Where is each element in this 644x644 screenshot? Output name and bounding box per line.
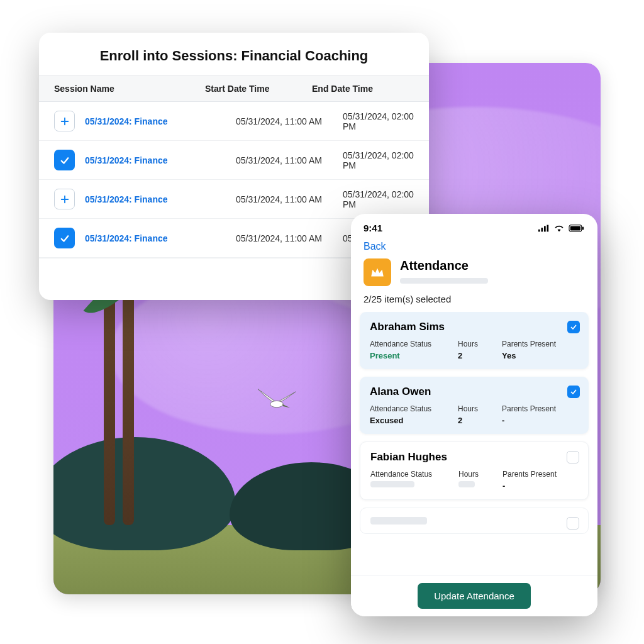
svg-rect-8 (547, 225, 549, 231)
attendee-name: Fabian Hughes (370, 451, 578, 464)
svg-rect-11 (582, 226, 584, 230)
attendee-checkbox[interactable] (567, 321, 580, 333)
col-header-session: Session Name (54, 84, 205, 94)
parents-label: Parents Present (502, 404, 579, 413)
attendee-name: Alana Owen (370, 386, 579, 398)
svg-rect-10 (570, 226, 580, 230)
attendee-checkbox[interactable] (567, 451, 579, 464)
status-value: Present (370, 351, 458, 360)
hours-value: 2 (458, 416, 502, 425)
selected-session-icon[interactable] (54, 150, 75, 170)
session-link[interactable]: 05/31/2024: Finance (85, 155, 168, 165)
attendee-checkbox[interactable] (567, 386, 580, 398)
selection-count: 2/25 item(s) selected (351, 289, 597, 312)
parents-value: Yes (502, 351, 579, 360)
parents-label: Parents Present (502, 340, 579, 348)
table-row: 05/31/2024: Finance 05/31/2024, 11:00 AM… (39, 102, 429, 141)
status-placeholder (370, 481, 414, 487)
col-header-end: End Date Time (312, 84, 414, 94)
end-time: 05/31/2024, 02:00 PM (343, 111, 414, 131)
attendee-card[interactable] (360, 508, 589, 534)
signal-icon (538, 225, 550, 232)
hours-label: Hours (458, 404, 502, 413)
attendee-name: Abraham Sims (370, 321, 579, 333)
status-bar: 9:41 (351, 214, 597, 238)
parents-value: - (502, 416, 579, 425)
parents-value: - (502, 481, 578, 491)
table-header-row: Session Name Start Date Time End Date Ti… (39, 75, 429, 102)
session-link[interactable]: 05/31/2024: Finance (85, 116, 168, 126)
start-time: 05/31/2024, 11:00 AM (236, 155, 343, 165)
back-link[interactable]: Back (351, 238, 597, 258)
status-time: 9:41 (364, 223, 382, 233)
session-link[interactable]: 05/31/2024: Finance (85, 194, 168, 204)
subtitle-placeholder (400, 278, 488, 284)
hours-placeholder (458, 481, 475, 487)
name-placeholder (370, 517, 427, 525)
attendee-card[interactable]: Fabian Hughes Attendance Status Hours Pa… (360, 441, 589, 500)
session-link[interactable]: 05/31/2024: Finance (85, 233, 168, 243)
start-time: 05/31/2024, 11:00 AM (236, 233, 343, 243)
attendee-card[interactable]: Alana Owen Attendance Status Excused Hou… (360, 377, 589, 434)
status-label: Attendance Status (370, 340, 458, 348)
page-title: Attendance (400, 258, 488, 273)
status-label: Attendance Status (370, 470, 458, 479)
start-time: 05/31/2024, 11:00 AM (236, 194, 343, 204)
svg-rect-5 (538, 229, 540, 231)
attendee-checkbox[interactable] (567, 517, 579, 530)
col-header-start: Start Date Time (205, 84, 312, 94)
status-label: Attendance Status (370, 404, 458, 413)
hours-value: 2 (458, 351, 502, 360)
attendance-crown-icon (364, 258, 391, 286)
add-session-icon[interactable] (54, 189, 75, 209)
add-session-icon[interactable] (54, 111, 75, 131)
svg-point-0 (270, 401, 284, 407)
wifi-icon (553, 225, 565, 232)
svg-rect-7 (544, 226, 546, 231)
selected-session-icon[interactable] (54, 228, 75, 248)
update-attendance-button[interactable]: Update Attendance (418, 583, 531, 609)
table-row: 05/31/2024: Finance 05/31/2024, 11:00 AM… (39, 141, 429, 180)
bird-illustration (248, 384, 305, 421)
attendee-card[interactable]: Abraham Sims Attendance Status Present H… (360, 312, 589, 369)
svg-rect-6 (541, 228, 543, 231)
end-time: 05/31/2024, 02:00 PM (343, 189, 414, 209)
table-row: 05/31/2024: Finance 05/31/2024, 11:00 AM… (39, 180, 429, 219)
start-time: 05/31/2024, 11:00 AM (236, 116, 343, 126)
status-value: Excused (370, 416, 458, 425)
parents-label: Parents Present (502, 470, 578, 479)
battery-icon (569, 225, 585, 232)
hours-label: Hours (458, 470, 502, 479)
mobile-attendance-screen: 9:41 Back Attendance 2/25 item(s) select… (351, 214, 597, 616)
end-time: 05/31/2024, 02:00 PM (343, 150, 414, 170)
dialog-title: Enroll into Sessions: Financial Coaching (39, 33, 429, 75)
hours-label: Hours (458, 340, 502, 348)
